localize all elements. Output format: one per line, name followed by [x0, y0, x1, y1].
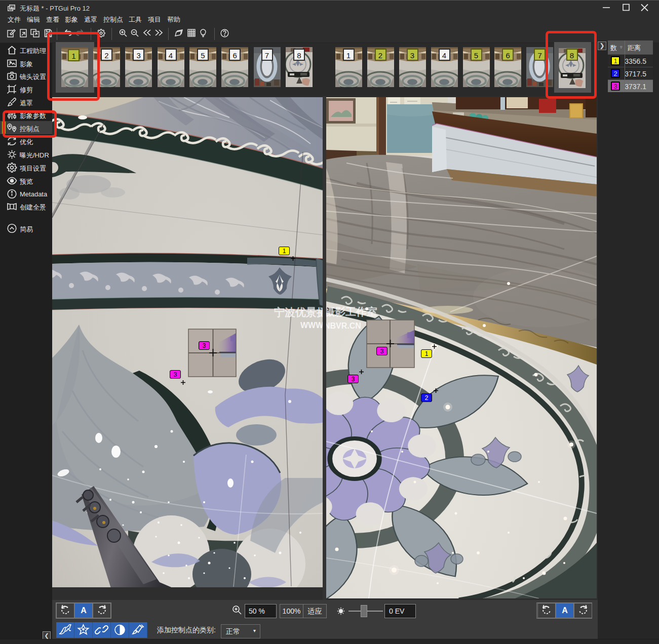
svg-text:摄影工作室: 摄影工作室: [326, 306, 377, 317]
svg-text:WWW.: WWW.: [300, 321, 323, 330]
svg-text:宁波优景摄: 宁波优景摄: [274, 306, 323, 318]
svg-text:NBVR.CN: NBVR.CN: [326, 321, 361, 330]
